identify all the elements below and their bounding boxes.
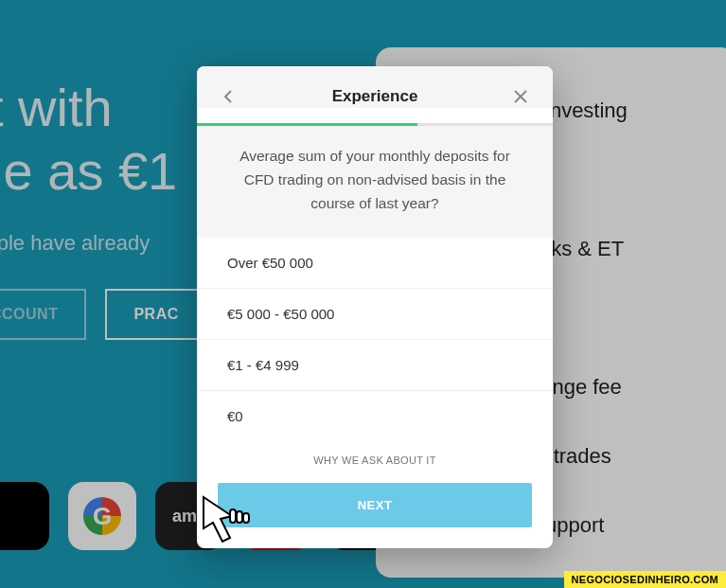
option-5000-50000[interactable]: €5 000 - €50 000 xyxy=(197,289,553,340)
why-we-ask-link[interactable]: WHY WE ASK ABOUT IT xyxy=(197,441,553,479)
chevron-left-icon xyxy=(221,89,237,104)
close-button[interactable] xyxy=(509,85,532,108)
back-button[interactable] xyxy=(218,85,240,108)
option-1-4999[interactable]: €1 - €4 999 xyxy=(197,340,553,391)
options-list: Over €50 000 €5 000 - €50 000 €1 - €4 99… xyxy=(197,238,553,441)
watermark: NEGOCIOSEDINHEIRO.COM xyxy=(564,571,726,588)
modal-title: Experience xyxy=(332,87,418,106)
modal-question: Average sum of your monthly deposits for… xyxy=(197,126,553,238)
experience-modal: Experience Average sum of your monthly d… xyxy=(197,66,553,548)
option-0[interactable]: €0 xyxy=(197,391,553,441)
modal-header: Experience xyxy=(197,66,553,108)
close-icon xyxy=(513,89,528,104)
next-button[interactable]: NEXT xyxy=(218,483,532,527)
option-over-50000[interactable]: Over €50 000 xyxy=(197,238,553,289)
